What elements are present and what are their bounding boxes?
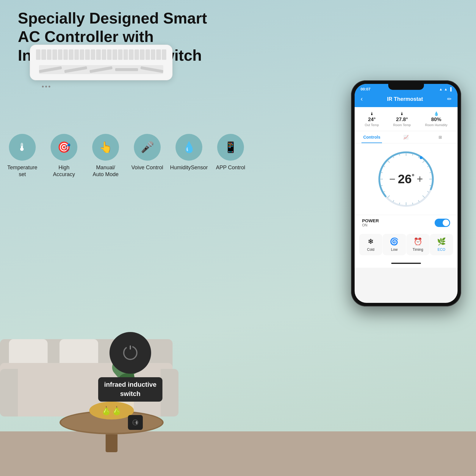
app-tabs: Controls 📈 ⊞ (355, 131, 458, 143)
svg-line-16 (418, 200, 419, 202)
out-temp-label: Out Temp (365, 123, 379, 127)
mode-cold[interactable]: ❄ Cold (359, 234, 382, 255)
home-indicator (355, 259, 458, 268)
phone-icon: 📱 (217, 134, 244, 161)
ir-circle-button (109, 332, 151, 374)
svg-line-26 (383, 166, 385, 167)
features-row: 🌡 Temperature set 🎯 High Accuracy 👆 Manu… (6, 134, 247, 178)
mode-row: ❄ Cold 🌀 Low ⏰ Timing 🌿 ECO (355, 230, 458, 259)
tab-graph[interactable]: 📈 (389, 131, 423, 143)
humidity-label: Room Humidity (425, 123, 447, 127)
clock-icon: ⏰ (414, 237, 422, 246)
stat-out-temp: 🌡 24° Out Temp (365, 111, 379, 127)
svg-line-8 (418, 156, 419, 158)
room-temp-label: Room Temp (393, 123, 411, 127)
tab-grid[interactable]: ⊞ (423, 131, 458, 143)
app-title: IR Thermostat (387, 96, 423, 102)
fruits: 🍐🍐 (89, 402, 134, 419)
mode-eco[interactable]: 🌿 ECO (430, 234, 453, 255)
tab-controls[interactable]: Controls (355, 131, 389, 143)
temperature-display: 26° (398, 172, 414, 186)
svg-line-10 (427, 166, 429, 167)
stat-humidity: 💧 80% Room Humidity (425, 111, 447, 127)
out-temp-value: 24° (368, 117, 376, 123)
feature-label-high-accuracy: High Accuracy (48, 164, 80, 178)
feature-label-voice: Voive Control (131, 164, 163, 171)
feature-label-temp-set: Temperature set (6, 164, 39, 178)
cold-icon: ❄ (368, 237, 374, 246)
temp-plus-button[interactable]: + (417, 173, 423, 185)
dial-container: − 26° + (373, 146, 439, 212)
svg-line-9 (422, 161, 425, 163)
microphone-icon: 🎤 (134, 134, 161, 161)
touch-icon: 👆 (92, 134, 119, 161)
fan-icon: 🌀 (390, 237, 399, 246)
mode-timing[interactable]: ⏰ Timing (406, 234, 430, 255)
feature-voice: 🎤 Voive Control (131, 134, 164, 171)
ac-unit (30, 45, 178, 92)
svg-line-22 (383, 191, 385, 192)
svg-line-29 (399, 154, 400, 156)
ir-callout: infraed inductive switch (98, 332, 162, 402)
feature-app: 📱 APP Control (214, 134, 247, 171)
stat-room-temp: 🌡 27.8° Room Temp (393, 111, 411, 127)
feature-humidity: 💧 HumiditySensor (173, 134, 205, 171)
app-header: ‹ IR Thermostat ✏ (355, 93, 458, 107)
home-bar (391, 263, 421, 264)
room-temp-icon: 🌡 (400, 111, 404, 116)
dial-area: − 26° + (355, 143, 458, 215)
graph-icon: 📈 (403, 135, 408, 140)
power-section: POWER ON (355, 215, 458, 230)
battery-icon: ▐ (449, 87, 452, 91)
feature-label-humidity: HumiditySensor (170, 164, 208, 171)
humidity-icon: 💧 (176, 134, 202, 161)
svg-line-15 (422, 195, 425, 198)
table: 🍐🍐 (60, 411, 164, 452)
svg-line-28 (393, 156, 394, 158)
feature-manual-auto: 👆 Manual/ Auto Mode (89, 134, 122, 178)
room-temp-value: 27.8° (396, 117, 408, 123)
phone-wrapper: 00:07 ▲ ▲ ▐ ‹ IR Thermostat ✏ 🌡 24° Out … (351, 80, 461, 306)
signal-icon: ▲ (439, 87, 443, 91)
edit-button[interactable]: ✏ (447, 96, 452, 102)
target-icon: 🎯 (51, 134, 77, 161)
temp-minus-button[interactable]: − (389, 173, 395, 185)
mode-low[interactable]: 🌀 Low (383, 234, 406, 255)
power-toggle[interactable] (435, 219, 450, 227)
out-temp-icon: 🌡 (370, 111, 374, 116)
svg-line-14 (427, 191, 429, 192)
grid-icon: ⊞ (439, 135, 442, 140)
svg-line-21 (388, 195, 390, 198)
ir-label: infraed inductive switch (98, 377, 162, 402)
low-label: Low (391, 248, 397, 252)
phone-notch (388, 84, 424, 90)
feature-temp-set: 🌡 Temperature set (6, 134, 39, 178)
feature-label-manual-auto: Manual/ Auto Mode (93, 164, 118, 178)
status-time: 00:07 (361, 87, 370, 91)
dial-center: − 26° + (389, 172, 423, 186)
feature-high-accuracy: 🎯 High Accuracy (48, 134, 80, 178)
power-label: POWER (362, 218, 379, 223)
phone-screen: 00:07 ▲ ▲ ▐ ‹ IR Thermostat ✏ 🌡 24° Out … (355, 84, 458, 303)
cold-label: Cold (367, 248, 375, 252)
eco-label: ECO (438, 248, 445, 252)
thermometer-icon: 🌡 (9, 134, 36, 161)
humidity-value: 80% (431, 117, 441, 123)
svg-line-23 (381, 185, 383, 186)
svg-line-27 (388, 161, 390, 163)
wifi-icon: ▲ (444, 87, 448, 91)
svg-line-7 (412, 154, 413, 156)
svg-line-11 (430, 172, 431, 173)
status-icons: ▲ ▲ ▐ (439, 87, 452, 91)
timing-label: Timing (413, 248, 423, 252)
toggle-knob (443, 220, 449, 226)
svg-line-17 (412, 203, 413, 204)
svg-line-19 (399, 203, 400, 204)
back-button[interactable]: ‹ (361, 95, 363, 103)
power-status: ON (362, 223, 379, 227)
svg-line-20 (393, 200, 394, 202)
svg-line-13 (430, 185, 431, 186)
small-ir-device (128, 415, 143, 430)
feature-label-app: APP Control (216, 164, 245, 171)
leaf-icon: 🌿 (437, 237, 446, 246)
